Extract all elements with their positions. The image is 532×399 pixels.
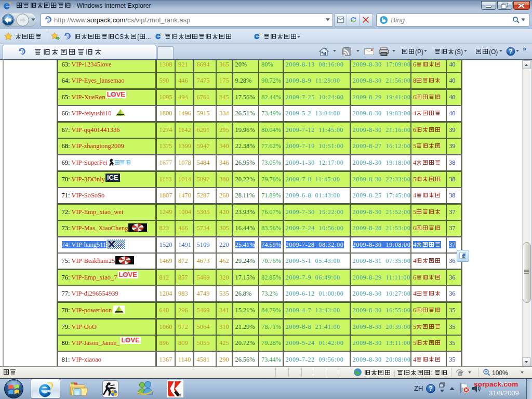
svg-text:?: ? bbox=[509, 48, 512, 55]
svg-text:?: ? bbox=[429, 385, 433, 392]
